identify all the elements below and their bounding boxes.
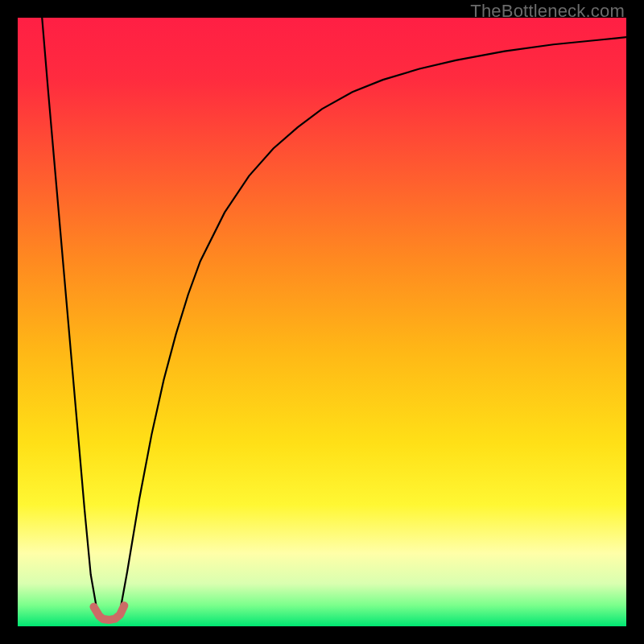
plot-frame	[18, 18, 626, 626]
watermark-text: TheBottleneck.com	[470, 1, 625, 22]
chart-svg	[18, 18, 626, 626]
